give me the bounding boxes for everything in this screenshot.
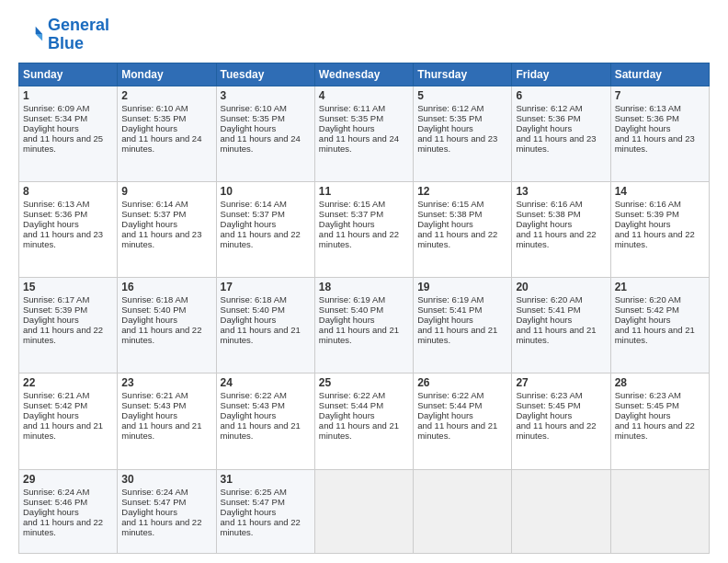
sunset: Sunset: 5:38 PM <box>516 209 580 219</box>
sunrise: Sunrise: 6:19 AM <box>319 294 385 304</box>
sunset: Sunset: 5:43 PM <box>121 400 186 410</box>
day-number: 14 <box>615 185 705 198</box>
sunrise: Sunrise: 6:10 AM <box>121 103 188 113</box>
day-number: 17 <box>221 281 311 293</box>
daylight-label: Daylight hours <box>417 410 473 420</box>
daylight-label: Daylight hours <box>417 219 473 229</box>
daylight-duration: and 11 hours and 21 minutes. <box>516 325 596 345</box>
daylight-duration: and 11 hours and 21 minutes. <box>615 325 695 345</box>
daylight-label: Daylight hours <box>615 410 671 420</box>
calendar-week-3: 22 Sunrise: 6:21 AM Sunset: 5:42 PM Dayl… <box>19 373 710 469</box>
daylight-duration: and 11 hours and 24 minutes. <box>221 133 301 154</box>
day-number: 5 <box>417 89 507 102</box>
sunset: Sunset: 5:35 PM <box>221 113 285 123</box>
daylight-duration: and 11 hours and 23 minutes. <box>615 133 695 154</box>
svg-marker-1 <box>36 34 42 40</box>
daylight-label: Daylight hours <box>417 123 473 133</box>
sunset: Sunset: 5:36 PM <box>516 113 580 123</box>
day-number: 12 <box>417 185 507 198</box>
daylight-duration: and 11 hours and 22 minutes. <box>417 229 497 249</box>
daylight-duration: and 11 hours and 21 minutes. <box>417 420 497 441</box>
calendar-cell: 24 Sunrise: 6:22 AM Sunset: 5:43 PM Dayl… <box>216 373 314 469</box>
daylight-duration: and 11 hours and 21 minutes. <box>417 325 497 345</box>
sunset: Sunset: 5:39 PM <box>23 304 87 315</box>
day-number: 1 <box>23 89 113 102</box>
daylight-duration: and 11 hours and 22 minutes. <box>516 229 596 249</box>
calendar-cell: 12 Sunrise: 6:15 AM Sunset: 5:38 PM Dayl… <box>414 181 512 277</box>
sunset: Sunset: 5:37 PM <box>319 209 383 219</box>
sunset: Sunset: 5:37 PM <box>121 209 186 219</box>
day-number: 30 <box>121 473 211 486</box>
sunrise: Sunrise: 6:18 AM <box>121 294 188 304</box>
daylight-label: Daylight hours <box>615 219 671 229</box>
calendar-cell <box>610 469 709 553</box>
daylight-duration: and 11 hours and 21 minutes. <box>319 420 399 441</box>
day-number: 13 <box>516 185 606 198</box>
calendar-cell: 29 Sunrise: 6:24 AM Sunset: 5:46 PM Dayl… <box>19 469 118 553</box>
daylight-label: Daylight hours <box>221 219 277 229</box>
daylight-label: Daylight hours <box>615 315 671 325</box>
calendar-cell: 3 Sunrise: 6:10 AM Sunset: 5:35 PM Dayli… <box>216 86 314 181</box>
calendar-cell: 7 Sunrise: 6:13 AM Sunset: 5:36 PM Dayli… <box>610 86 709 181</box>
sunrise: Sunrise: 6:23 AM <box>615 390 681 400</box>
svg-marker-0 <box>36 26 42 33</box>
day-number: 10 <box>221 185 311 198</box>
sunset: Sunset: 5:45 PM <box>615 400 679 410</box>
daylight-label: Daylight hours <box>516 123 572 133</box>
calendar-cell <box>512 469 610 553</box>
calendar-cell: 9 Sunrise: 6:14 AM Sunset: 5:37 PM Dayli… <box>118 181 216 277</box>
calendar-week-1: 8 Sunrise: 6:13 AM Sunset: 5:36 PM Dayli… <box>19 181 710 277</box>
sunrise: Sunrise: 6:12 AM <box>516 103 582 113</box>
sunset: Sunset: 5:44 PM <box>417 400 482 410</box>
sunset: Sunset: 5:41 PM <box>516 304 580 315</box>
daylight-duration: and 11 hours and 24 minutes. <box>121 133 201 154</box>
daylight-duration: and 11 hours and 21 minutes. <box>221 325 301 345</box>
sunrise: Sunrise: 6:20 AM <box>615 294 681 304</box>
day-number: 24 <box>221 376 311 389</box>
day-number: 20 <box>516 281 606 293</box>
sunrise: Sunrise: 6:12 AM <box>417 103 483 113</box>
day-number: 25 <box>319 376 409 389</box>
calendar-cell: 6 Sunrise: 6:12 AM Sunset: 5:36 PM Dayli… <box>512 86 610 181</box>
sunrise: Sunrise: 6:09 AM <box>23 103 89 113</box>
sunset: Sunset: 5:47 PM <box>221 497 285 507</box>
day-number: 29 <box>23 473 113 486</box>
daylight-label: Daylight hours <box>121 507 177 517</box>
day-number: 23 <box>121 376 211 389</box>
calendar-cell <box>414 469 512 553</box>
sunset: Sunset: 5:35 PM <box>121 113 186 123</box>
sunrise: Sunrise: 6:21 AM <box>121 390 188 400</box>
sunrise: Sunrise: 6:15 AM <box>417 199 483 209</box>
calendar-cell: 27 Sunrise: 6:23 AM Sunset: 5:45 PM Dayl… <box>512 373 610 469</box>
calendar-cell: 5 Sunrise: 6:12 AM Sunset: 5:35 PM Dayli… <box>414 86 512 181</box>
daylight-duration: and 11 hours and 23 minutes. <box>23 229 103 249</box>
calendar-cell: 26 Sunrise: 6:22 AM Sunset: 5:44 PM Dayl… <box>414 373 512 469</box>
daylight-label: Daylight hours <box>23 507 79 517</box>
day-number: 7 <box>615 89 705 102</box>
sunrise: Sunrise: 6:21 AM <box>23 390 89 400</box>
sunset: Sunset: 5:45 PM <box>516 400 580 410</box>
calendar-cell: 20 Sunrise: 6:20 AM Sunset: 5:41 PM Dayl… <box>512 278 610 373</box>
sunrise: Sunrise: 6:16 AM <box>516 199 582 209</box>
daylight-label: Daylight hours <box>221 315 277 325</box>
sunrise: Sunrise: 6:18 AM <box>221 294 287 304</box>
sunrise: Sunrise: 6:22 AM <box>319 390 385 400</box>
daylight-duration: and 11 hours and 22 minutes. <box>23 517 103 537</box>
calendar-cell: 25 Sunrise: 6:22 AM Sunset: 5:44 PM Dayl… <box>314 373 413 469</box>
sunrise: Sunrise: 6:20 AM <box>516 294 582 304</box>
calendar-header-wednesday: Wednesday <box>314 63 413 86</box>
sunset: Sunset: 5:40 PM <box>319 304 383 315</box>
sunset: Sunset: 5:36 PM <box>615 113 679 123</box>
daylight-label: Daylight hours <box>121 123 177 133</box>
sunset: Sunset: 5:38 PM <box>417 209 482 219</box>
daylight-label: Daylight hours <box>516 410 572 420</box>
logo-text: General Blue <box>48 17 109 53</box>
daylight-duration: and 11 hours and 22 minutes. <box>221 229 301 249</box>
day-number: 31 <box>221 473 311 486</box>
sunrise: Sunrise: 6:13 AM <box>23 199 89 209</box>
daylight-label: Daylight hours <box>121 410 177 420</box>
day-number: 9 <box>121 185 211 198</box>
daylight-duration: and 11 hours and 23 minutes. <box>417 133 497 154</box>
calendar-week-0: 1 Sunrise: 6:09 AM Sunset: 5:34 PM Dayli… <box>19 86 710 181</box>
day-number: 11 <box>319 185 409 198</box>
